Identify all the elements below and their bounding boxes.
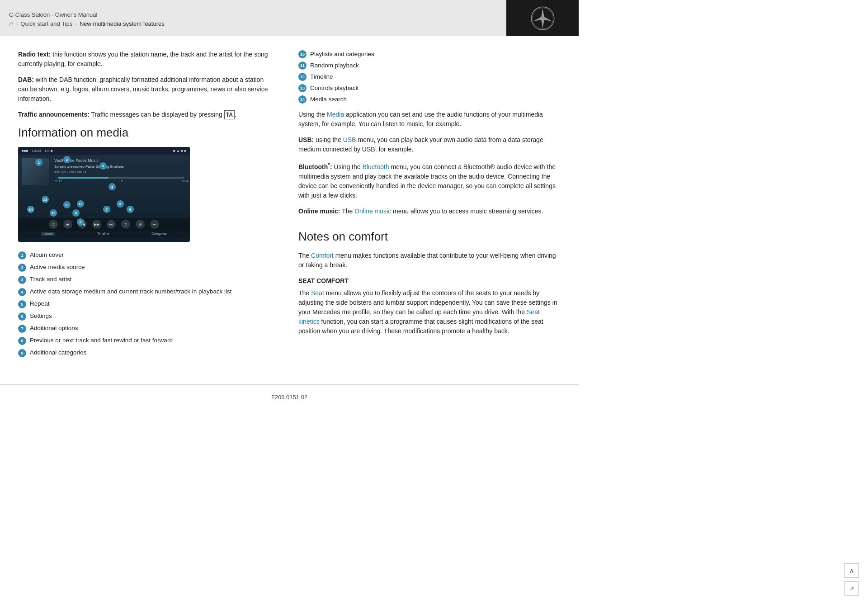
list-item: 2Active media source [18, 263, 271, 272]
footer: F206 0151 02 [0, 384, 579, 410]
num-badge: 7 [18, 325, 26, 333]
ctrl-settings: ⚙ [136, 220, 145, 229]
media-controls-bar: ◎ ⏮ ◀◀ ▶▶ ⏭ ↻ ⚙ ••• [18, 218, 190, 231]
breadcrumb-item-2: New multimedia system features [80, 20, 165, 27]
mercedes-logo-icon [530, 6, 555, 31]
ctrl-search: ◎ [49, 220, 58, 229]
info-on-media-heading: Information on media [18, 126, 271, 140]
left-column: Radio text: this function shows you the … [18, 50, 271, 362]
dab-label: DAB: [18, 76, 34, 83]
ctrl-fwd: ▶▶ [92, 220, 101, 229]
list-item: 11Random playback [298, 61, 561, 70]
media-screen-image: ■■■ 14:40 1/4 ■ ■ ▲ ■ ■ Vault of the Fac… [18, 147, 190, 242]
dab-body: with the DAB function, graphically forma… [18, 76, 268, 102]
callout-8: 8 [77, 218, 84, 226]
list-item: 9Additional categories [18, 349, 271, 357]
page-title: C-Class Saloon - Owner's Manual [9, 11, 570, 18]
ctrl-more: ••• [150, 220, 159, 229]
callout-13: 13 [42, 196, 49, 203]
num-badge: 5 [18, 300, 26, 308]
right-column: 10Playlists and categories11Random playb… [298, 50, 561, 362]
header: C-Class Saloon - Owner's Manual ⌂ › Quic… [0, 0, 579, 36]
usb-label: USB: [298, 136, 314, 143]
comfort-link[interactable]: Comfort [311, 252, 334, 259]
bt-label: Bluetooth*: [298, 163, 332, 170]
num-badge: 3 [18, 276, 26, 284]
callout-10: 10 [50, 209, 57, 217]
callout-11: 11 [63, 201, 71, 208]
seat-comfort-label: SEAT COMFORT [298, 276, 561, 286]
callout-2: 2 [63, 156, 71, 163]
main-content: Radio text: this function shows you the … [0, 36, 579, 375]
breadcrumb-sep-2: › [75, 21, 77, 27]
callout-7: 7 [103, 206, 110, 213]
usb-para: USB: using the USB menu, you can play ba… [298, 135, 561, 154]
list-item: 8Previous or next track and fast rewind … [18, 336, 271, 345]
num-badge: 13 [298, 84, 307, 92]
list-item: 7Additional options [18, 324, 271, 333]
list-item: 14Media search [298, 95, 561, 104]
right-num-list: 10Playlists and categories11Random playb… [298, 50, 561, 104]
num-badge: 8 [18, 337, 26, 345]
num-badge: 10 [298, 50, 307, 58]
seat-link[interactable]: Seat [311, 289, 324, 297]
num-badge: 9 [18, 349, 26, 357]
usb-link[interactable]: USB [343, 136, 356, 143]
bluetooth-link[interactable]: Bluetooth [362, 163, 389, 170]
callout-1: 1 [35, 159, 42, 166]
online-music-link[interactable]: Online music [354, 208, 391, 215]
num-badge: 2 [18, 264, 26, 272]
traffic-label: Traffic announcements: [18, 111, 90, 118]
num-badge: 12 [298, 73, 307, 81]
online-music-label: Online music: [298, 208, 340, 215]
media-app-para: Using the Media application you can set … [298, 110, 561, 129]
media-image-container: ■■■ 14:40 1/4 ■ ■ ▲ ■ ■ Vault of the Fac… [18, 147, 190, 242]
media-info-area: Vault of the Faces Music Screen Unreache… [52, 155, 190, 218]
footer-code: F206 0151 02 [271, 394, 307, 401]
online-music-para: Online music: The Online music menu allo… [298, 207, 561, 216]
breadcrumb-sep-1: › [16, 21, 18, 27]
list-item: 13Controls playback [298, 84, 561, 92]
traffic-body: Traffic messages can be displayed by pre… [91, 111, 222, 118]
num-badge: 11 [298, 61, 307, 70]
radio-text-body: this function shows you the station name… [18, 51, 268, 67]
bluetooth-para: Bluetooth*: Using the Bluetooth menu, yo… [298, 161, 561, 200]
traffic-para: Traffic announcements: Traffic messages … [18, 110, 271, 119]
breadcrumb: ⌂ › Quick start and Tips › New multimedi… [9, 20, 570, 28]
callout-9: 9 [72, 209, 80, 217]
dab-para: DAB: with the DAB function, graphically … [18, 75, 271, 104]
callout-5: 5 [117, 200, 124, 208]
notes-on-comfort-heading: Notes on comfort [298, 230, 561, 244]
breadcrumb-item-1[interactable]: Quick start and Tips [20, 20, 72, 27]
list-item: 5Repeat [18, 300, 271, 308]
callout-12: 12 [77, 200, 84, 208]
ctrl-prev: ⏮ [63, 220, 72, 229]
comfort-section: Notes on comfort The Comfort menu makes … [298, 230, 561, 336]
home-icon[interactable]: ⌂ [9, 20, 14, 28]
list-item: 10Playlists and categories [298, 50, 561, 58]
list-item: 4Active data storage medium and current … [18, 288, 271, 296]
callout-14: 14 [27, 206, 34, 213]
media-progress-bar [58, 177, 184, 179]
media-link[interactable]: Media [327, 111, 344, 118]
list-item: 6Settings [18, 312, 271, 321]
list-item: 3Track and artist [18, 275, 271, 284]
num-badge: 1 [18, 251, 26, 260]
list-item: 12Timeline [298, 72, 561, 81]
radio-text-label: Radio text: [18, 51, 51, 58]
list-item: 1Album cover [18, 251, 271, 260]
seat-kinetics-link[interactable]: Seat kinetics [298, 308, 540, 325]
callout-6: 6 [127, 206, 134, 213]
ctrl-repeat: ↻ [121, 220, 130, 229]
num-badge: 4 [18, 288, 26, 296]
callout-3: 3 [99, 162, 107, 170]
num-badge: 6 [18, 312, 26, 321]
logo-area [506, 0, 579, 36]
ta-box: TA [224, 110, 235, 119]
callout-4: 4 [108, 183, 116, 190]
ctrl-next: ⏭ [107, 220, 116, 229]
comfort-intro-para: The Comfort menu makes functions availab… [298, 251, 561, 270]
seat-comfort-para: SEAT COMFORT The Seat menu allows you to… [298, 276, 561, 336]
num-badge: 14 [298, 95, 307, 104]
radio-text-para: Radio text: this function shows you the … [18, 50, 271, 69]
